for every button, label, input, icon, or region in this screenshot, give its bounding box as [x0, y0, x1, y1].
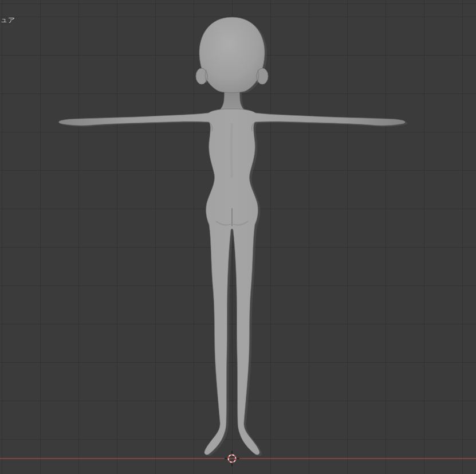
spine-shading	[231, 123, 232, 178]
character-head	[199, 17, 265, 93]
viewport-scene	[0, 0, 476, 474]
3d-viewport[interactable]: ュア	[0, 0, 476, 474]
